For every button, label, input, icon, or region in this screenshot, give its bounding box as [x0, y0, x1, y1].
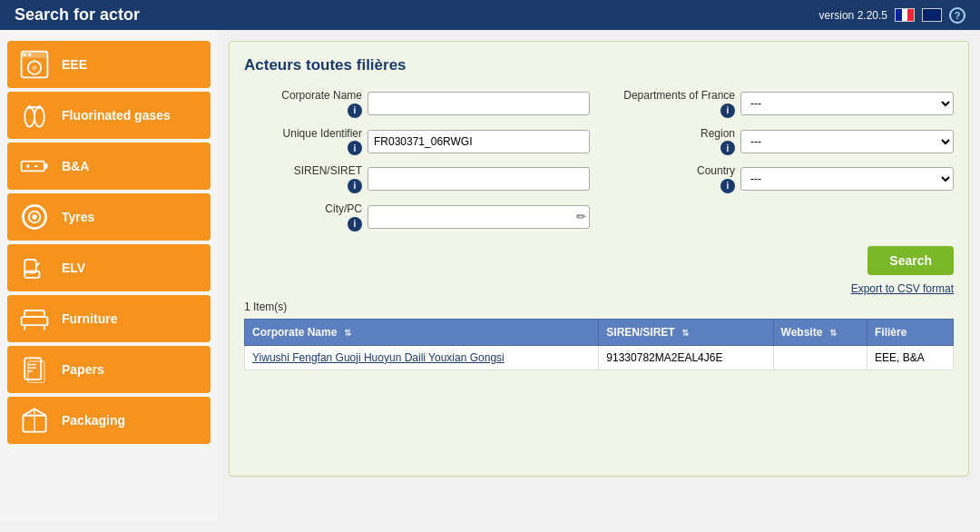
table-row: Yiwushi Fengfan Guoji Huoyun Daili Youxi… [245, 345, 954, 369]
col-website[interactable]: Website ⇅ [773, 319, 867, 345]
sidebar-item-furniture[interactable]: Furniture [7, 295, 211, 342]
sidebar-item-fluorinated-label: Fluorinated gases [62, 108, 171, 123]
flag-uk[interactable] [922, 8, 942, 22]
city-pc-label: City/PC i [244, 202, 362, 232]
svg-rect-11 [22, 162, 44, 172]
corporate-name-info-icon[interactable]: i [348, 103, 362, 118]
svg-point-4 [23, 53, 26, 56]
svg-rect-12 [44, 163, 48, 168]
country-select[interactable]: --- [740, 167, 954, 191]
city-pc-input-wrapper: ✏ [368, 205, 590, 229]
col-website-sort-icon[interactable]: ⇅ [829, 328, 837, 338]
col-corporate-name-sort-icon[interactable]: ⇅ [344, 328, 351, 338]
cell-corporate-name[interactable]: Yiwushi Fengfan Guoji Huoyun Daili Youxi… [245, 345, 599, 369]
unique-identifier-label: Unique Identifier i [244, 127, 362, 156]
search-panel: Acteurs toutes filières Corporate Name i [229, 41, 969, 477]
packaging-icon [16, 404, 53, 437]
svg-point-6 [24, 107, 34, 127]
battery-icon [16, 150, 53, 182]
sidebar-item-furniture-label: Furniture [62, 311, 117, 327]
departments-label: Departments of France i [608, 89, 735, 118]
city-pc-row: City/PC i ✏ [244, 202, 590, 232]
search-button[interactable]: Search [867, 246, 954, 275]
help-icon[interactable]: ? [949, 7, 965, 24]
export-row: Export to CSV format [244, 282, 954, 295]
region-row: Region i --- [608, 127, 954, 156]
sidebar-item-bna[interactable]: B&A [7, 143, 211, 190]
papers-icon [16, 353, 53, 386]
results-table: Corporate Name ⇅ SIREN/SIRET ⇅ Website ⇅ [244, 319, 954, 370]
search-form: Corporate Name i Unique Identifier i [244, 89, 954, 232]
col-filiere[interactable]: Filière [867, 319, 954, 345]
col-siren-siret[interactable]: SIREN/SIRET ⇅ [599, 319, 773, 345]
cell-filiere: EEE, B&A [867, 345, 954, 369]
region-label: Region i [608, 127, 735, 156]
sidebar-item-tyres[interactable]: Tyres [7, 193, 211, 241]
panel-title: Acteurs toutes filières [244, 56, 954, 74]
siren-siret-input[interactable] [368, 167, 590, 191]
siren-siret-label: SIREN/SIRET i [244, 164, 362, 193]
svg-rect-8 [28, 105, 32, 109]
siren-siret-info-icon[interactable]: i [348, 179, 362, 193]
cell-siren-siret: 91330782MA2EAL4J6E [599, 345, 773, 369]
city-pc-info-icon[interactable]: i [348, 217, 362, 232]
corporate-name-label: Corporate Name i [244, 89, 362, 118]
tyre-icon [16, 201, 53, 233]
city-pc-edit-icon[interactable]: ✏ [576, 210, 586, 223]
col-siren-siret-sort-icon[interactable]: ⇅ [681, 328, 689, 338]
furniture-icon [16, 302, 53, 335]
country-row: Country i --- [608, 164, 954, 193]
unique-identifier-input[interactable] [368, 130, 590, 153]
search-button-row: Search [244, 246, 954, 275]
sidebar-item-papers[interactable]: Papers [7, 346, 211, 393]
flag-fr[interactable] [895, 8, 915, 22]
sidebar-item-eee-label: EEE [62, 57, 87, 73]
sidebar: EEE Fluorinated gases [0, 30, 218, 522]
form-right: Departments of France i --- Region i [608, 89, 954, 232]
content-area: Acteurs toutes filières Corporate Name i [218, 30, 980, 522]
cell-website [773, 345, 867, 369]
main-layout: EEE Fluorinated gases [0, 30, 980, 522]
col-corporate-name[interactable]: Corporate Name ⇅ [245, 319, 599, 345]
gas-tank-icon [16, 99, 53, 132]
region-info-icon[interactable]: i [720, 141, 735, 155]
car-seat-icon [16, 251, 53, 284]
sidebar-item-elv-label: ELV [62, 261, 85, 276]
siren-siret-row: SIREN/SIRET i [244, 164, 590, 193]
svg-rect-9 [38, 105, 42, 109]
sidebar-item-eee[interactable]: EEE [7, 41, 211, 88]
sidebar-item-elv[interactable]: ELV [7, 244, 211, 291]
sidebar-item-tyres-label: Tyres [62, 210, 94, 225]
svg-point-5 [28, 53, 32, 56]
sidebar-item-packaging-label: Packaging [62, 413, 125, 429]
sidebar-item-bna-label: B&A [62, 159, 89, 174]
svg-rect-23 [24, 310, 44, 317]
sidebar-item-packaging[interactable]: Packaging [7, 397, 211, 444]
country-label: Country i [608, 164, 735, 193]
form-left: Corporate Name i Unique Identifier i [244, 89, 590, 232]
departments-select[interactable]: --- [740, 92, 954, 115]
top-bar-right: version 2.20.5 ? [819, 7, 965, 24]
washing-machine-icon [16, 48, 53, 81]
region-select[interactable]: --- [740, 130, 954, 153]
sidebar-item-papers-label: Papers [62, 362, 104, 378]
departments-row: Departments of France i --- [608, 89, 954, 118]
corporate-name-row: Corporate Name i [244, 89, 590, 118]
departments-info-icon[interactable]: i [720, 103, 735, 118]
svg-rect-22 [22, 317, 48, 325]
version-label: version 2.20.5 [819, 9, 887, 22]
svg-point-3 [32, 65, 36, 70]
sidebar-item-fluorinated-gases[interactable]: Fluorinated gases [7, 92, 211, 139]
corporate-name-input[interactable] [368, 92, 590, 115]
svg-point-18 [32, 214, 36, 219]
table-header-row: Corporate Name ⇅ SIREN/SIRET ⇅ Website ⇅ [245, 319, 954, 345]
svg-point-7 [34, 107, 44, 127]
unique-identifier-info-icon[interactable]: i [348, 141, 362, 155]
top-bar: Search for actor version 2.20.5 ? [0, 0, 980, 30]
city-pc-input[interactable] [368, 205, 590, 229]
results-count: 1 Item(s) [244, 300, 954, 313]
unique-identifier-row: Unique Identifier i [244, 127, 590, 156]
page-title: Search for actor [15, 5, 140, 25]
export-csv-link[interactable]: Export to CSV format [851, 282, 954, 295]
country-info-icon[interactable]: i [720, 179, 735, 193]
